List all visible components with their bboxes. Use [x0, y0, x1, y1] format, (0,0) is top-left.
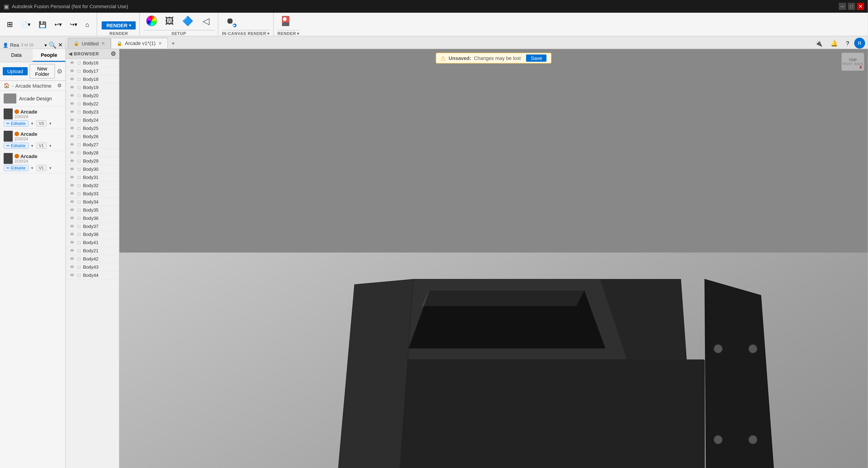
- scene-settings-button[interactable]: 🖼: [161, 13, 178, 28]
- check-icon-body31[interactable]: □: [76, 175, 82, 180]
- version-dropdown-1[interactable]: ▾: [49, 144, 53, 148]
- eye-icon-body37[interactable]: 👁: [69, 224, 75, 229]
- extensions-button[interactable]: 🔌: [812, 38, 826, 48]
- viewport[interactable]: ⚠ Unsaved: Changes may be lost Save TOP …: [119, 49, 868, 468]
- tab-arcade[interactable]: 🔒 Arcade v1*(1) ✕: [111, 38, 167, 49]
- badge-dropdown-2[interactable]: ▾: [30, 166, 34, 170]
- check-icon-body19[interactable]: □: [76, 85, 82, 90]
- eye-icon-body26[interactable]: 👁: [69, 134, 75, 139]
- item-label-body26[interactable]: Body26: [83, 134, 98, 139]
- item-label-body34[interactable]: Body34: [83, 199, 98, 205]
- check-icon-body25[interactable]: □: [76, 126, 82, 131]
- item-label-body27[interactable]: Body27: [83, 142, 98, 147]
- check-icon-body44[interactable]: □: [76, 273, 82, 278]
- item-label-body37[interactable]: Body37: [83, 224, 98, 229]
- in-canvas-render-button[interactable]: ⏺ ▶: [222, 13, 238, 28]
- check-icon-body17[interactable]: □: [76, 68, 82, 74]
- eye-icon-body29[interactable]: 👁: [69, 158, 75, 164]
- item-label-body23[interactable]: Body23: [83, 110, 98, 115]
- check-icon-body37[interactable]: □: [76, 224, 82, 229]
- eye-icon-body27[interactable]: 👁: [69, 142, 75, 147]
- eye-icon-body31[interactable]: 👁: [69, 175, 75, 180]
- eye-icon-body18[interactable]: 👁: [69, 76, 75, 82]
- check-icon-body26[interactable]: □: [76, 134, 82, 139]
- eye-icon-body32[interactable]: 👁: [69, 183, 75, 188]
- notifications-button[interactable]: 🔔: [827, 38, 841, 48]
- check-icon-body36[interactable]: □: [76, 216, 82, 221]
- search-tab-button[interactable]: 🔍: [49, 41, 56, 49]
- eye-icon-body24[interactable]: 👁: [69, 117, 75, 123]
- check-icon-body33[interactable]: □: [76, 191, 82, 196]
- item-label-body17[interactable]: Body17: [83, 69, 98, 73]
- project-folder-item[interactable]: Arcade Design: [0, 91, 65, 107]
- eye-icon-body36[interactable]: 👁: [69, 216, 75, 221]
- eye-icon-body19[interactable]: 👁: [69, 85, 75, 90]
- check-icon-body43[interactable]: □: [76, 264, 82, 270]
- item-label-body43[interactable]: Body43: [83, 264, 98, 270]
- eye-icon-body43[interactable]: 👁: [69, 264, 75, 270]
- lighting-button[interactable]: ◁: [198, 13, 214, 28]
- breadcrumb-settings-icon[interactable]: ⚙: [57, 83, 62, 89]
- item-label-body18[interactable]: Body18: [83, 77, 98, 82]
- check-icon-body18[interactable]: □: [76, 76, 82, 82]
- home-breadcrumb[interactable]: 🏠: [4, 83, 10, 89]
- people-tab[interactable]: People: [33, 49, 65, 62]
- user-avatar[interactable]: R: [854, 38, 865, 49]
- item-label-body33[interactable]: Body33: [83, 191, 98, 196]
- check-icon-body27[interactable]: □: [76, 142, 82, 147]
- undo-button[interactable]: ↩▾: [51, 19, 65, 29]
- badge-dropdown-0[interactable]: ▾: [30, 121, 34, 126]
- item-label-body31[interactable]: Body31: [83, 175, 98, 180]
- item-label-body44[interactable]: Body44: [83, 273, 98, 278]
- check-icon-body35[interactable]: □: [76, 207, 82, 213]
- check-icon-body32[interactable]: □: [76, 183, 82, 188]
- eye-icon-body23[interactable]: 👁: [69, 109, 75, 115]
- check-icon-body34[interactable]: □: [76, 199, 82, 205]
- user-dropdown-button[interactable]: ▾: [44, 42, 47, 48]
- item-label-body16[interactable]: Body16: [83, 60, 98, 65]
- item-label-body28[interactable]: Body28: [83, 150, 98, 155]
- new-button[interactable]: 📄▾: [18, 19, 34, 29]
- item-label-body25[interactable]: Body25: [83, 126, 98, 131]
- upload-button[interactable]: Upload: [3, 67, 28, 75]
- item-label-body19[interactable]: Body19: [83, 85, 98, 90]
- eye-icon-body38[interactable]: 👁: [69, 232, 75, 237]
- browser-settings-icon[interactable]: ⚙: [111, 51, 116, 57]
- file-item-1[interactable]: Arcade 2/20/24 ✏ Editable ▾ V1 ▾: [0, 129, 65, 151]
- tab-untitled[interactable]: 🔒 Untitled ✕: [68, 38, 111, 49]
- eye-icon-body41[interactable]: 👁: [69, 240, 75, 245]
- eye-icon-body33[interactable]: 👁: [69, 191, 75, 196]
- file-item-0[interactable]: Arcade 2/20/24 ✏ Editable ▾ V3 ▾: [0, 107, 65, 129]
- eye-icon-body22[interactable]: 👁: [69, 101, 75, 106]
- save-button[interactable]: 💾: [35, 19, 50, 29]
- check-icon-body29[interactable]: □: [76, 158, 82, 164]
- tab-untitled-close[interactable]: ✕: [101, 41, 105, 46]
- eye-icon-body30[interactable]: 👁: [69, 166, 75, 172]
- appearance-button[interactable]: [144, 13, 160, 28]
- browser-back-icon[interactable]: ◀: [68, 51, 72, 56]
- item-label-body42[interactable]: Body42: [83, 256, 98, 261]
- item-label-body35[interactable]: Body35: [83, 208, 98, 213]
- eye-icon-body44[interactable]: 👁: [69, 273, 75, 278]
- check-icon-body21[interactable]: □: [76, 248, 82, 253]
- check-icon-body22[interactable]: □: [76, 101, 82, 106]
- check-icon-body28[interactable]: □: [76, 150, 82, 156]
- restore-button[interactable]: □: [848, 3, 855, 10]
- check-icon-body30[interactable]: □: [76, 166, 82, 172]
- eye-icon-body17[interactable]: 👁: [69, 68, 75, 74]
- nav-cube[interactable]: TOP RIGHT BACK X: [841, 53, 864, 71]
- version-dropdown-2[interactable]: ▾: [49, 166, 53, 170]
- check-icon-body38[interactable]: □: [76, 232, 82, 237]
- render-main-button[interactable]: RENDER ▾: [102, 21, 136, 30]
- eye-icon-body35[interactable]: 👁: [69, 207, 75, 213]
- data-tab[interactable]: Data: [0, 49, 33, 62]
- check-icon-body24[interactable]: □: [76, 117, 82, 123]
- help-button[interactable]: ?: [843, 38, 852, 48]
- item-label-body24[interactable]: Body24: [83, 118, 98, 123]
- home-button[interactable]: ⌂: [82, 19, 92, 29]
- eye-icon-body34[interactable]: 👁: [69, 199, 75, 205]
- viewport-save-button[interactable]: Save: [526, 55, 547, 62]
- close-button[interactable]: ✕: [857, 3, 864, 10]
- minimize-button[interactable]: ─: [839, 3, 846, 10]
- tab-add-button[interactable]: +: [168, 38, 179, 49]
